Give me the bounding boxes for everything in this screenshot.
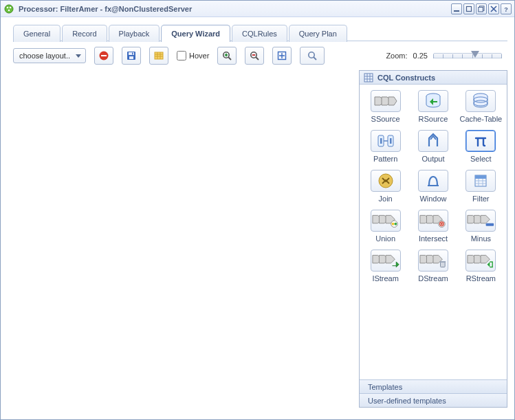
save-button[interactable] bbox=[122, 47, 141, 65]
section-title: User-defined templates bbox=[368, 397, 446, 405]
grid-button[interactable] bbox=[149, 47, 168, 65]
zoom-out-button[interactable] bbox=[245, 47, 264, 65]
construct-label: Window bbox=[419, 195, 446, 203]
svg-rect-4 bbox=[454, 10, 459, 12]
svg-rect-31 bbox=[390, 138, 392, 144]
hover-checkbox[interactable] bbox=[177, 51, 186, 60]
palette-body: SSource RSource Cache-Table Pattern Outp bbox=[360, 85, 507, 379]
svg-point-1 bbox=[7, 6, 9, 8]
grid-icon bbox=[364, 73, 373, 82]
construct-window[interactable]: Window bbox=[410, 170, 456, 203]
palette-panel: CQL Constructs SSource RSource Cache-Tab… bbox=[359, 70, 507, 408]
construct-join[interactable]: Join bbox=[363, 170, 408, 203]
construct-label: RSource bbox=[419, 115, 448, 123]
zoom-in-button[interactable] bbox=[217, 47, 237, 65]
zoom-slider-thumb[interactable] bbox=[471, 51, 479, 58]
svg-rect-5 bbox=[467, 6, 472, 11]
svg-rect-43 bbox=[440, 262, 445, 267]
svg-rect-42 bbox=[486, 223, 494, 226]
svg-text:?: ? bbox=[504, 5, 508, 12]
construct-intersect[interactable]: Intersect bbox=[410, 210, 456, 243]
construct-label: Select bbox=[470, 155, 492, 163]
zoom-slider[interactable] bbox=[433, 53, 502, 58]
hover-label: Hover bbox=[189, 52, 209, 60]
svg-line-19 bbox=[256, 57, 259, 60]
construct-union[interactable]: Union bbox=[363, 210, 408, 243]
svg-line-17 bbox=[228, 57, 231, 60]
construct-rsource[interactable]: RSource bbox=[410, 90, 456, 123]
palette-section-user-templates[interactable]: User-defined templates bbox=[360, 393, 507, 407]
toolbar: choose layout.. Hover Zoom: 0.25 bbox=[1, 41, 514, 70]
tab-query-plan[interactable]: Query Plan bbox=[289, 25, 347, 42]
tab-label: Record bbox=[72, 30, 96, 38]
maximize-stack-button[interactable] bbox=[476, 3, 487, 14]
tab-label: Query Plan bbox=[299, 30, 337, 38]
svg-rect-15 bbox=[155, 52, 163, 59]
section-title: Templates bbox=[368, 383, 402, 391]
design-canvas[interactable] bbox=[13, 70, 359, 408]
construct-select[interactable]: Select bbox=[458, 130, 503, 163]
zoom-group: Zoom: 0.25 bbox=[386, 52, 502, 60]
tab-query-wizard[interactable]: Query Wizard bbox=[161, 25, 230, 42]
svg-rect-10 bbox=[101, 55, 107, 56]
construct-istream[interactable]: IStream bbox=[363, 250, 408, 283]
construct-label: Output bbox=[421, 155, 444, 163]
svg-point-38 bbox=[391, 223, 394, 225]
construct-label: IStream bbox=[372, 274, 399, 283]
restore-down-button[interactable] bbox=[463, 3, 474, 14]
delete-button[interactable] bbox=[94, 47, 113, 65]
construct-dstream[interactable]: DStream bbox=[410, 250, 456, 283]
svg-point-0 bbox=[5, 5, 13, 13]
tab-label: General bbox=[23, 30, 50, 38]
construct-ssource[interactable]: SSource bbox=[363, 90, 408, 123]
close-button[interactable] bbox=[488, 3, 499, 14]
tab-record[interactable]: Record bbox=[62, 25, 107, 42]
layout-dropdown[interactable]: choose layout.. bbox=[13, 48, 86, 63]
content-area: CQL Constructs SSource RSource Cache-Tab… bbox=[1, 70, 514, 415]
construct-label: Union bbox=[375, 234, 395, 243]
palette-section-constructs[interactable]: CQL Constructs bbox=[360, 71, 507, 85]
svg-rect-23 bbox=[364, 74, 373, 82]
svg-rect-30 bbox=[380, 138, 382, 144]
svg-point-41 bbox=[441, 223, 443, 225]
window-title: Processor: FilterAmer - fx@NonClusteredS… bbox=[19, 5, 451, 13]
tab-cqlrules[interactable]: CQLRules bbox=[232, 25, 287, 42]
tab-label: CQLRules bbox=[242, 30, 277, 38]
construct-filter[interactable]: Filter bbox=[458, 170, 503, 203]
tab-playback[interactable]: Playback bbox=[109, 25, 160, 42]
construct-output[interactable]: Output bbox=[410, 130, 456, 163]
construct-label: SSource bbox=[371, 115, 400, 123]
fit-button[interactable] bbox=[272, 47, 292, 65]
svg-point-2 bbox=[10, 6, 12, 8]
hover-checkbox-group: Hover bbox=[177, 51, 209, 60]
zoom-label: Zoom: bbox=[386, 52, 407, 60]
svg-rect-13 bbox=[129, 56, 133, 59]
construct-cache-table[interactable]: Cache-Table bbox=[458, 90, 503, 123]
minimize-button[interactable] bbox=[451, 3, 462, 14]
svg-rect-12 bbox=[129, 52, 134, 55]
tab-general[interactable]: General bbox=[13, 25, 61, 42]
section-title: CQL Constructs bbox=[377, 74, 435, 82]
construct-label: DStream bbox=[418, 274, 448, 283]
tab-label: Query Wizard bbox=[171, 30, 220, 38]
window-controls: ? bbox=[451, 3, 512, 14]
construct-label: Cache-Table bbox=[459, 115, 502, 123]
svg-line-22 bbox=[314, 57, 316, 60]
app-icon bbox=[3, 3, 14, 14]
palette-section-templates[interactable]: Templates bbox=[360, 379, 507, 393]
svg-rect-7 bbox=[479, 7, 483, 12]
construct-minus[interactable]: Minus bbox=[458, 210, 503, 243]
construct-pattern[interactable]: Pattern bbox=[363, 130, 408, 163]
svg-point-39 bbox=[394, 223, 397, 225]
construct-rstream[interactable]: RStream bbox=[458, 250, 503, 283]
search-button[interactable] bbox=[300, 47, 325, 65]
tab-strip: General Record Playback Query Wizard CQL… bbox=[13, 24, 507, 41]
tab-area: General Record Playback Query Wizard CQL… bbox=[1, 17, 514, 41]
construct-label: Intersect bbox=[419, 234, 448, 243]
help-button[interactable]: ? bbox=[501, 3, 512, 14]
tab-label: Playback bbox=[119, 30, 150, 38]
zoom-value: 0.25 bbox=[413, 52, 428, 60]
construct-label: Minus bbox=[471, 234, 491, 243]
svg-point-21 bbox=[309, 52, 314, 58]
construct-label: Join bbox=[379, 195, 393, 203]
